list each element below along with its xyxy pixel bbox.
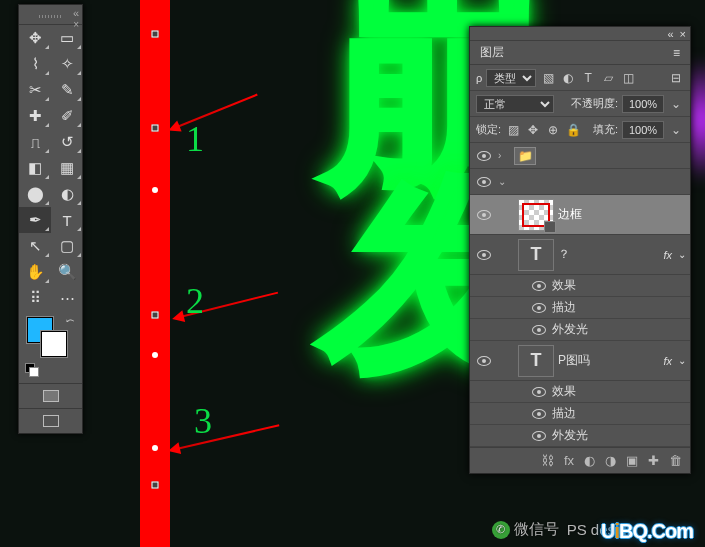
layer-group[interactable]: ⌄ bbox=[470, 169, 690, 195]
hand-tool[interactable]: ✋ bbox=[19, 259, 51, 285]
filter-adjust-icon[interactable]: ◐ bbox=[560, 70, 576, 86]
layer-style-icon[interactable]: fx bbox=[564, 453, 574, 468]
panel-menu-icon[interactable]: ≡ bbox=[673, 46, 680, 60]
brush-tool[interactable]: ✐ bbox=[51, 103, 83, 129]
transform-handle[interactable] bbox=[152, 312, 159, 319]
panel-collapse-icon[interactable]: « bbox=[667, 28, 673, 40]
new-group-icon[interactable]: ▣ bbox=[626, 453, 638, 468]
standard-mode[interactable] bbox=[19, 384, 82, 408]
filter-type-select[interactable]: 类型 bbox=[486, 69, 536, 87]
layer-folder[interactable]: › 📁 bbox=[470, 143, 690, 169]
effect-outer-glow[interactable]: 外发光 bbox=[470, 425, 690, 447]
magic-wand-tool[interactable]: ✧ bbox=[51, 51, 83, 77]
stamp-tool[interactable]: ⎍ bbox=[19, 129, 51, 155]
visibility-toggle[interactable] bbox=[532, 431, 546, 441]
adjustment-layer-icon[interactable]: ◑ bbox=[605, 453, 616, 468]
layer-text-question[interactable]: T ？ fx ⌄ bbox=[470, 235, 690, 275]
fx-badge[interactable]: fx bbox=[663, 355, 672, 367]
effects-header[interactable]: 效果 bbox=[470, 381, 690, 403]
lock-pixels-icon[interactable]: ▨ bbox=[505, 122, 521, 138]
dodge-tool[interactable]: ◐ bbox=[51, 181, 83, 207]
screen-mode[interactable] bbox=[19, 409, 82, 433]
visibility-toggle[interactable] bbox=[532, 281, 546, 291]
panel-header-bar[interactable]: « × bbox=[470, 27, 690, 41]
panel-collapse-icon[interactable]: « bbox=[73, 7, 79, 19]
transform-handle[interactable] bbox=[152, 125, 159, 132]
lock-all-icon[interactable]: 🔒 bbox=[565, 122, 581, 138]
effect-stroke[interactable]: 描边 bbox=[470, 297, 690, 319]
effects-header[interactable]: 效果 bbox=[470, 275, 690, 297]
effect-stroke[interactable]: 描边 bbox=[470, 403, 690, 425]
canvas[interactable]: 崩 发 1 2 3 « × ✥ ▭ ⌇ ✧ ✂ ✎ ✚ ✐ ⎍ bbox=[0, 0, 705, 547]
visibility-toggle[interactable] bbox=[532, 303, 546, 313]
healing-tool[interactable]: ✚ bbox=[19, 103, 51, 129]
fx-toggle[interactable]: ⌄ bbox=[678, 249, 686, 260]
artboard-tool[interactable]: ▭ bbox=[51, 25, 83, 51]
move-tool[interactable]: ✥ bbox=[19, 25, 51, 51]
panel-grip[interactable] bbox=[39, 15, 63, 18]
zoom-tool[interactable]: 🔍 bbox=[51, 259, 83, 285]
filter-smart-icon[interactable]: ◫ bbox=[620, 70, 636, 86]
new-layer-icon[interactable]: ✚ bbox=[648, 453, 659, 468]
visibility-toggle[interactable] bbox=[477, 356, 491, 366]
lasso-tool[interactable]: ⌇ bbox=[19, 51, 51, 77]
layer-shape-border[interactable]: 边框 bbox=[470, 195, 690, 235]
delete-layer-icon[interactable]: 🗑 bbox=[669, 453, 682, 468]
pen-tool[interactable]: ✒ bbox=[19, 207, 51, 233]
opacity-value[interactable]: 100% bbox=[622, 95, 664, 113]
panel-close-icon[interactable]: × bbox=[680, 28, 686, 40]
blur-tool[interactable]: ⬤ bbox=[19, 181, 51, 207]
visibility-toggle[interactable] bbox=[477, 210, 491, 220]
expand-toggle[interactable]: › bbox=[498, 150, 510, 161]
visibility-toggle[interactable] bbox=[477, 151, 491, 161]
layer-mask-icon[interactable]: ◐ bbox=[584, 453, 595, 468]
expand-toggle[interactable]: ⌄ bbox=[498, 176, 510, 187]
panel-header[interactable]: « × bbox=[19, 5, 82, 25]
layer-name[interactable]: ？ bbox=[558, 246, 659, 263]
layer-thumbnail[interactable] bbox=[518, 199, 554, 231]
fill-value[interactable]: 100% bbox=[622, 121, 664, 139]
filter-shape-icon[interactable]: ▱ bbox=[600, 70, 616, 86]
path-anchor[interactable] bbox=[152, 445, 158, 451]
eraser-tool[interactable]: ◧ bbox=[19, 155, 51, 181]
lock-position-icon[interactable]: ✥ bbox=[525, 122, 541, 138]
layer-text-ptu[interactable]: T P图吗 fx ⌄ bbox=[470, 341, 690, 381]
type-tool[interactable]: T bbox=[51, 207, 83, 233]
path-select-tool[interactable]: ↖ bbox=[19, 233, 51, 259]
fill-dropdown[interactable]: ⌄ bbox=[668, 122, 684, 138]
background-color[interactable] bbox=[41, 331, 67, 357]
visibility-toggle[interactable] bbox=[477, 250, 491, 260]
rectangle-tool[interactable]: ▢ bbox=[51, 233, 83, 259]
default-colors-icon[interactable] bbox=[25, 363, 39, 377]
visibility-toggle[interactable] bbox=[477, 177, 491, 187]
layer-name[interactable]: 边框 bbox=[558, 206, 686, 223]
filter-type-icon[interactable]: T bbox=[580, 70, 596, 86]
layer-name[interactable]: P图吗 bbox=[558, 352, 659, 369]
blend-mode-select[interactable]: 正常 bbox=[476, 95, 554, 113]
more-tools[interactable]: ⋯ bbox=[51, 285, 83, 311]
transform-handle[interactable] bbox=[152, 31, 159, 38]
visibility-toggle[interactable] bbox=[532, 387, 546, 397]
panel-tab[interactable]: 图层 ≡ bbox=[470, 41, 690, 65]
crop-tool[interactable]: ✂ bbox=[19, 77, 51, 103]
visibility-toggle[interactable] bbox=[532, 409, 546, 419]
shape-red-frame[interactable] bbox=[140, 0, 170, 547]
history-brush-tool[interactable]: ↺ bbox=[51, 129, 83, 155]
layers-panel[interactable]: « × 图层 ≡ ρ 类型 ▧ ◐ T ▱ ◫ ⊟ 正常 不透明度: 100% … bbox=[469, 26, 691, 474]
eyedropper-tool[interactable]: ✎ bbox=[51, 77, 83, 103]
fx-toggle[interactable]: ⌄ bbox=[678, 355, 686, 366]
transform-handle[interactable] bbox=[152, 482, 159, 489]
visibility-toggle[interactable] bbox=[532, 325, 546, 335]
path-anchor[interactable] bbox=[152, 352, 158, 358]
fx-badge[interactable]: fx bbox=[663, 249, 672, 261]
edit-toolbar[interactable]: ⠿ bbox=[19, 285, 51, 311]
opacity-dropdown[interactable]: ⌄ bbox=[668, 96, 684, 112]
path-anchor[interactable] bbox=[152, 187, 158, 193]
filter-toggle[interactable]: ⊟ bbox=[668, 70, 684, 86]
swap-colors-icon[interactable]: ⤺ bbox=[66, 315, 74, 326]
gradient-tool[interactable]: ▦ bbox=[51, 155, 83, 181]
lock-artboard-icon[interactable]: ⊕ bbox=[545, 122, 561, 138]
tools-panel[interactable]: « × ✥ ▭ ⌇ ✧ ✂ ✎ ✚ ✐ ⎍ ↺ ◧ ▦ ⬤ ◐ ✒ T ↖ ▢ … bbox=[18, 4, 83, 434]
effect-outer-glow[interactable]: 外发光 bbox=[470, 319, 690, 341]
link-layers-icon[interactable]: ⛓ bbox=[541, 453, 554, 468]
